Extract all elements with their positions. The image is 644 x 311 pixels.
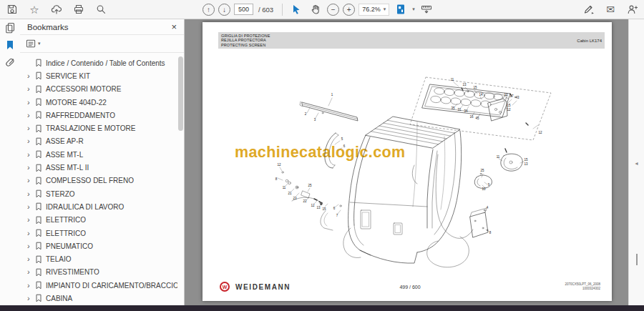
chevron-down-icon[interactable]: ▾ bbox=[38, 41, 41, 46]
svg-text:25: 25 bbox=[308, 184, 312, 187]
bookmark-item[interactable]: › ELETTRICO bbox=[20, 227, 177, 240]
bookmark-item-label: TELAIO bbox=[46, 255, 72, 263]
bookmark-item[interactable]: › IMPIANTO DI CARICAMENTO/BRACCIO PRINCI… bbox=[20, 279, 177, 292]
page-thumbnails-icon[interactable] bbox=[0, 19, 20, 36]
toolbar-file-group: ☆ bbox=[4, 0, 109, 19]
svg-text:17: 17 bbox=[509, 94, 514, 98]
chevron-expand-icon[interactable]: › bbox=[27, 255, 34, 263]
svg-text:11: 11 bbox=[283, 186, 286, 189]
print-icon[interactable] bbox=[71, 1, 87, 17]
bookmark-item[interactable]: › ASSE MT-L bbox=[20, 148, 177, 161]
cloud-upload-icon[interactable] bbox=[49, 1, 64, 17]
bookmarks-scrollbar-thumb[interactable] bbox=[178, 56, 183, 131]
share-with-people-icon[interactable] bbox=[624, 1, 640, 17]
chevron-expand-icon[interactable]: › bbox=[27, 242, 34, 250]
previous-page-button[interactable]: ↑ bbox=[203, 4, 215, 16]
svg-text:10: 10 bbox=[504, 93, 508, 97]
svg-text:7: 7 bbox=[336, 214, 338, 217]
bookmark-item-label: PNEUMATICO bbox=[46, 242, 93, 250]
document-viewport[interactable]: GRIGLIA DI PROTEZIONE REJILLA PROTECTORA… bbox=[185, 19, 644, 305]
chevron-expand-icon[interactable]: › bbox=[27, 282, 34, 290]
star-favorite-icon[interactable]: ☆ bbox=[26, 1, 42, 17]
bookmark-item[interactable]: › ASSE MT-L II bbox=[20, 161, 177, 174]
save-icon[interactable] bbox=[4, 1, 20, 17]
chevron-expand-icon[interactable]: › bbox=[27, 177, 34, 184]
bookmark-item-label: STERZO bbox=[46, 190, 75, 198]
next-page-button[interactable]: ↓ bbox=[218, 4, 230, 16]
bookmark-item[interactable]: › RAFFREDDAMENTO bbox=[20, 109, 177, 122]
document-scrollbar-thumb[interactable] bbox=[636, 254, 638, 265]
toolbar-pin-icon[interactable] bbox=[419, 1, 434, 17]
chevron-expand-icon[interactable]: › bbox=[27, 72, 34, 80]
page-number-input[interactable] bbox=[234, 4, 253, 15]
bookmark-item-label: ELETTRICO bbox=[46, 216, 86, 224]
page-total-label: / 603 bbox=[258, 6, 273, 14]
chevron-expand-icon[interactable]: › bbox=[27, 203, 34, 211]
bookmark-item[interactable]: › COMPLESSO DEL FRENO bbox=[20, 174, 177, 187]
zoom-in-button[interactable]: + bbox=[343, 4, 355, 16]
bookmark-item[interactable]: › RIVESTIMENTO bbox=[20, 266, 177, 279]
zoom-out-button[interactable]: − bbox=[327, 4, 339, 16]
svg-text:22: 22 bbox=[303, 199, 307, 203]
chevron-expand-icon[interactable]: › bbox=[27, 190, 34, 198]
bookmark-item-label: RIVESTIMENTO bbox=[46, 268, 99, 276]
zoom-level-dropdown[interactable]: 76.2% ▾ bbox=[358, 4, 389, 16]
chevron-expand-icon[interactable]: › bbox=[27, 229, 34, 237]
bookmark-item[interactable]: › STERZO bbox=[20, 187, 177, 200]
bookmark-flag-icon bbox=[35, 202, 42, 211]
chevron-expand-icon[interactable]: › bbox=[27, 295, 34, 302]
bookmark-item[interactable]: › ACCESSORI MOTORE bbox=[20, 83, 177, 96]
svg-text:12: 12 bbox=[311, 204, 315, 207]
select-tool-icon[interactable] bbox=[288, 1, 304, 17]
bookmark-item[interactable]: › ASSE AP-R bbox=[20, 135, 177, 148]
svg-text:45: 45 bbox=[475, 117, 479, 120]
bookmarks-panel-header: Bookmarks × bbox=[20, 19, 184, 35]
chevron-down-icon[interactable]: ▾ bbox=[412, 6, 415, 12]
bookmark-item[interactable]: › SERVICE KIT bbox=[20, 69, 177, 82]
search-icon[interactable] bbox=[93, 1, 109, 17]
page-display-mode-icon[interactable] bbox=[393, 1, 409, 17]
fill-and-sign-icon[interactable] bbox=[581, 1, 597, 17]
chevron-expand-icon[interactable]: › bbox=[27, 99, 34, 107]
chevron-expand-icon[interactable]: › bbox=[27, 151, 34, 159]
bookmark-flag-icon bbox=[35, 71, 42, 80]
chevron-expand-icon[interactable]: › bbox=[27, 268, 34, 276]
hand-tool-icon[interactable] bbox=[308, 1, 323, 17]
svg-text:6: 6 bbox=[343, 144, 346, 148]
bookmark-item[interactable]: › MOTORE 404D-22 bbox=[20, 96, 177, 109]
page-footer: W WEIDEMANN 499 / 600 2070CX50LPT_06_200… bbox=[220, 280, 600, 294]
chevron-expand-icon[interactable]: › bbox=[27, 216, 34, 224]
bookmark-item[interactable]: › CABINA bbox=[20, 292, 177, 305]
attachments-icon[interactable] bbox=[0, 54, 20, 71]
bookmarks-panel-icon[interactable] bbox=[0, 36, 20, 54]
chevron-expand-icon[interactable]: › bbox=[27, 137, 34, 145]
bookmark-item-label: Indice / Contenido / Table of Contents bbox=[46, 59, 165, 67]
bookmark-item[interactable]: › ELETTRICO bbox=[20, 214, 177, 227]
chevron-expand-icon[interactable]: › bbox=[27, 85, 34, 93]
bookmark-item[interactable]: Indice / Contenido / Table of Contents bbox=[20, 56, 177, 69]
svg-text:16: 16 bbox=[469, 115, 474, 119]
svg-text:21: 21 bbox=[288, 192, 292, 195]
close-icon[interactable]: × bbox=[171, 22, 177, 31]
chevron-expand-icon[interactable]: › bbox=[27, 124, 34, 132]
bookmark-flag-icon bbox=[35, 150, 42, 159]
bookmark-item[interactable]: › TELAIO bbox=[20, 252, 177, 265]
chevron-expand-icon[interactable]: › bbox=[27, 112, 34, 119]
crescent-bracket-part bbox=[325, 133, 338, 168]
svg-text:14: 14 bbox=[479, 93, 483, 97]
bookmark-item[interactable]: › IDRAULICA DI LAVORO bbox=[20, 200, 177, 213]
bookmark-item[interactable]: › TRASLAZIONE E MOTORE bbox=[20, 122, 177, 134]
chevron-down-icon: ▾ bbox=[384, 6, 386, 12]
bookmark-flag-icon bbox=[35, 111, 42, 119]
chevron-expand-icon[interactable]: › bbox=[27, 164, 34, 172]
expand-tools-pane-icon[interactable]: ◄ bbox=[634, 161, 639, 166]
bookmarks-panel: Bookmarks × ▾ Indice / Contenido / Table… bbox=[20, 19, 185, 305]
bookmark-item-label: SERVICE KIT bbox=[46, 72, 90, 80]
bookmark-item-label: ASSE AP-R bbox=[46, 137, 84, 145]
bookmark-flag-icon bbox=[35, 242, 42, 250]
bookmark-item[interactable]: › PNEUMATICO bbox=[20, 240, 177, 252]
send-email-icon[interactable]: ✉ bbox=[602, 1, 618, 17]
toolbar-divider bbox=[282, 4, 283, 16]
bookmark-options-icon[interactable] bbox=[26, 39, 36, 49]
bookmark-flag-icon bbox=[35, 59, 42, 67]
